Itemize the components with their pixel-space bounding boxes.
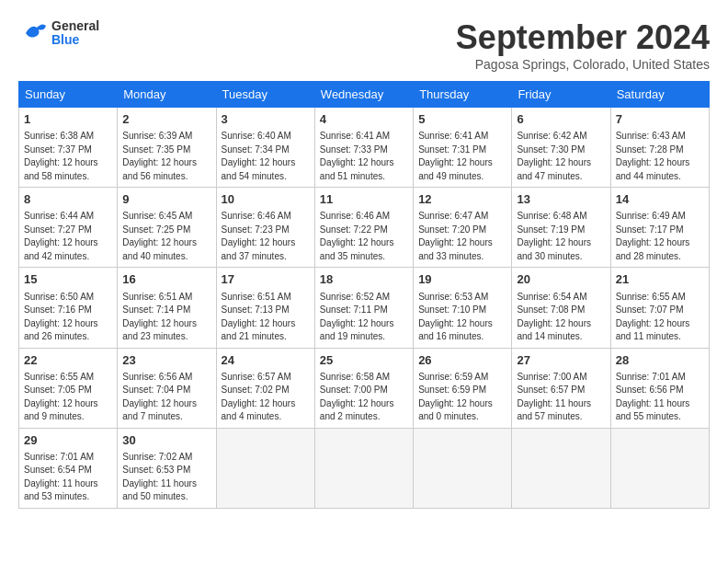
day-cell-1: 1Sunrise: 6:38 AMSunset: 7:37 PMDaylight… [19, 108, 118, 188]
weekday-header-saturday: Saturday [610, 82, 709, 108]
day-cell-3: 3Sunrise: 6:40 AMSunset: 7:34 PMDaylight… [216, 108, 314, 188]
day-number: 2 [122, 111, 210, 128]
day-cell-26: 26Sunrise: 6:59 AMSunset: 6:59 PMDayligh… [414, 348, 512, 428]
day-info: Sunrise: 7:01 AMSunset: 6:56 PMDaylight:… [616, 371, 704, 424]
day-number: 13 [517, 191, 605, 208]
day-cell-16: 16Sunrise: 6:51 AMSunset: 7:14 PMDayligh… [118, 268, 216, 348]
day-info: Sunrise: 6:42 AMSunset: 7:30 PMDaylight:… [517, 130, 605, 183]
day-number: 10 [222, 191, 310, 208]
day-cell-30: 30Sunrise: 7:02 AMSunset: 6:53 PMDayligh… [118, 428, 216, 508]
day-number: 20 [517, 271, 605, 288]
day-info: Sunrise: 6:54 AMSunset: 7:08 PMDaylight:… [517, 291, 605, 344]
day-info: Sunrise: 6:51 AMSunset: 7:13 PMDaylight:… [222, 291, 310, 344]
logo-bird-icon [18, 18, 48, 48]
day-cell-29: 29Sunrise: 7:01 AMSunset: 6:54 PMDayligh… [19, 428, 118, 508]
day-cell-8: 8Sunrise: 6:44 AMSunset: 7:27 PMDaylight… [19, 188, 118, 268]
weekday-header-sunday: Sunday [19, 82, 118, 108]
day-number: 5 [418, 111, 506, 128]
day-cell-18: 18Sunrise: 6:52 AMSunset: 7:11 PMDayligh… [314, 268, 413, 348]
week-row-3: 15Sunrise: 6:50 AMSunset: 7:16 PMDayligh… [19, 268, 710, 348]
day-cell-19: 19Sunrise: 6:53 AMSunset: 7:10 PMDayligh… [414, 268, 512, 348]
week-row-4: 22Sunrise: 6:55 AMSunset: 7:05 PMDayligh… [19, 348, 710, 428]
day-number: 30 [122, 432, 210, 449]
calendar-table: SundayMondayTuesdayWednesdayThursdayFrid… [18, 81, 710, 509]
week-row-2: 8Sunrise: 6:44 AMSunset: 7:27 PMDaylight… [19, 188, 710, 268]
logo-text-general: General [51, 18, 99, 33]
day-cell-2: 2Sunrise: 6:39 AMSunset: 7:35 PMDaylight… [118, 108, 216, 188]
day-info: Sunrise: 6:43 AMSunset: 7:28 PMDaylight:… [616, 130, 704, 183]
empty-cell [414, 428, 512, 508]
day-cell-13: 13Sunrise: 6:48 AMSunset: 7:19 PMDayligh… [512, 188, 610, 268]
week-row-1: 1Sunrise: 6:38 AMSunset: 7:37 PMDaylight… [19, 108, 710, 188]
day-info: Sunrise: 6:39 AMSunset: 7:35 PMDaylight:… [122, 130, 210, 183]
day-number: 3 [222, 111, 310, 128]
day-cell-25: 25Sunrise: 6:58 AMSunset: 7:00 PMDayligh… [314, 348, 413, 428]
day-info: Sunrise: 6:53 AMSunset: 7:10 PMDaylight:… [418, 291, 506, 344]
day-number: 18 [320, 271, 408, 288]
day-info: Sunrise: 6:41 AMSunset: 7:31 PMDaylight:… [418, 130, 506, 183]
location-subtitle: Pagosa Springs, Colorado, United States [456, 57, 710, 72]
week-row-5: 29Sunrise: 7:01 AMSunset: 6:54 PMDayligh… [19, 428, 710, 508]
day-cell-24: 24Sunrise: 6:57 AMSunset: 7:02 PMDayligh… [216, 348, 314, 428]
day-number: 16 [122, 271, 210, 288]
weekday-header-tuesday: Tuesday [216, 82, 314, 108]
logo-text-blue: Blue [51, 32, 79, 47]
day-cell-7: 7Sunrise: 6:43 AMSunset: 7:28 PMDaylight… [610, 108, 709, 188]
day-info: Sunrise: 6:38 AMSunset: 7:37 PMDaylight:… [24, 130, 112, 183]
day-cell-6: 6Sunrise: 6:42 AMSunset: 7:30 PMDaylight… [512, 108, 610, 188]
day-number: 11 [320, 191, 408, 208]
day-info: Sunrise: 6:52 AMSunset: 7:11 PMDaylight:… [320, 291, 408, 344]
day-info: Sunrise: 6:51 AMSunset: 7:14 PMDaylight:… [122, 291, 210, 344]
empty-cell [610, 428, 709, 508]
day-number: 12 [418, 191, 506, 208]
day-info: Sunrise: 6:58 AMSunset: 7:00 PMDaylight:… [320, 371, 408, 424]
title-block: September 2024 Pagosa Springs, Colorado,… [456, 18, 710, 72]
day-cell-5: 5Sunrise: 6:41 AMSunset: 7:31 PMDaylight… [414, 108, 512, 188]
day-number: 25 [320, 352, 408, 369]
day-info: Sunrise: 6:48 AMSunset: 7:19 PMDaylight:… [517, 210, 605, 263]
day-cell-22: 22Sunrise: 6:55 AMSunset: 7:05 PMDayligh… [19, 348, 118, 428]
day-number: 1 [24, 111, 112, 128]
day-number: 28 [616, 352, 704, 369]
day-number: 17 [222, 271, 310, 288]
day-number: 14 [616, 191, 704, 208]
day-cell-28: 28Sunrise: 7:01 AMSunset: 6:56 PMDayligh… [610, 348, 709, 428]
day-cell-15: 15Sunrise: 6:50 AMSunset: 7:16 PMDayligh… [19, 268, 118, 348]
day-number: 27 [517, 352, 605, 369]
day-info: Sunrise: 6:46 AMSunset: 7:22 PMDaylight:… [320, 210, 408, 263]
day-info: Sunrise: 6:55 AMSunset: 7:07 PMDaylight:… [616, 291, 704, 344]
day-number: 21 [616, 271, 704, 288]
day-info: Sunrise: 6:59 AMSunset: 6:59 PMDaylight:… [418, 371, 506, 424]
day-number: 19 [418, 271, 506, 288]
day-info: Sunrise: 6:50 AMSunset: 7:16 PMDaylight:… [24, 291, 112, 344]
day-cell-9: 9Sunrise: 6:45 AMSunset: 7:25 PMDaylight… [118, 188, 216, 268]
day-number: 23 [122, 352, 210, 369]
day-number: 15 [24, 271, 112, 288]
day-info: Sunrise: 6:56 AMSunset: 7:04 PMDaylight:… [122, 371, 210, 424]
empty-cell [314, 428, 413, 508]
day-cell-23: 23Sunrise: 6:56 AMSunset: 7:04 PMDayligh… [118, 348, 216, 428]
day-info: Sunrise: 6:44 AMSunset: 7:27 PMDaylight:… [24, 210, 112, 263]
day-info: Sunrise: 7:01 AMSunset: 6:54 PMDaylight:… [24, 451, 112, 504]
day-info: Sunrise: 6:55 AMSunset: 7:05 PMDaylight:… [24, 371, 112, 424]
page-header: General Blue September 2024 Pagosa Sprin… [18, 18, 710, 72]
day-cell-14: 14Sunrise: 6:49 AMSunset: 7:17 PMDayligh… [610, 188, 709, 268]
day-info: Sunrise: 6:57 AMSunset: 7:02 PMDaylight:… [222, 371, 310, 424]
day-cell-27: 27Sunrise: 7:00 AMSunset: 6:57 PMDayligh… [512, 348, 610, 428]
day-number: 4 [320, 111, 408, 128]
day-info: Sunrise: 6:41 AMSunset: 7:33 PMDaylight:… [320, 130, 408, 183]
day-info: Sunrise: 7:02 AMSunset: 6:53 PMDaylight:… [122, 451, 210, 504]
day-cell-4: 4Sunrise: 6:41 AMSunset: 7:33 PMDaylight… [314, 108, 413, 188]
day-number: 7 [616, 111, 704, 128]
empty-cell [216, 428, 314, 508]
day-info: Sunrise: 6:47 AMSunset: 7:20 PMDaylight:… [418, 210, 506, 263]
weekday-header-wednesday: Wednesday [314, 82, 413, 108]
day-cell-11: 11Sunrise: 6:46 AMSunset: 7:22 PMDayligh… [314, 188, 413, 268]
day-number: 6 [517, 111, 605, 128]
day-info: Sunrise: 6:40 AMSunset: 7:34 PMDaylight:… [222, 130, 310, 183]
day-number: 8 [24, 191, 112, 208]
day-number: 9 [122, 191, 210, 208]
day-cell-17: 17Sunrise: 6:51 AMSunset: 7:13 PMDayligh… [216, 268, 314, 348]
day-number: 26 [418, 352, 506, 369]
day-info: Sunrise: 7:00 AMSunset: 6:57 PMDaylight:… [517, 371, 605, 424]
